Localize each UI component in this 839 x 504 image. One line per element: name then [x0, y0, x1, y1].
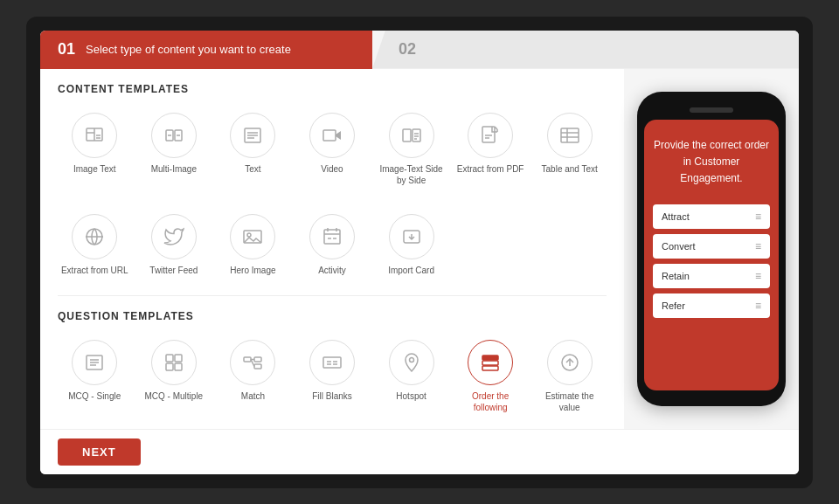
template-activity-label: Activity — [318, 265, 346, 276]
svg-rect-61 — [482, 366, 498, 370]
phone-screen: Provide the correct order in Customer En… — [644, 120, 779, 390]
template-extract-url[interactable]: Extract from URL — [58, 209, 132, 281]
template-image-text-label: Image Text — [73, 163, 116, 175]
svg-rect-47 — [175, 363, 182, 370]
phone-option-retain[interactable]: Retain ≡ — [653, 264, 770, 288]
svg-marker-14 — [336, 131, 341, 140]
phone-option-refer[interactable]: Refer ≡ — [653, 293, 770, 318]
content-template-grid-row1: Image Text Multi-Image — [58, 107, 607, 191]
phone-question-text: Provide the correct order in Customer En… — [653, 137, 770, 188]
estimate-value-icon — [547, 340, 593, 385]
main-panel: CONTENT TEMPLATES — [40, 69, 624, 429]
phone-option-refer-label: Refer — [662, 300, 685, 311]
step1-header: 01 Select type of content you want to cr… — [40, 31, 372, 69]
step1-number: 01 — [58, 40, 75, 59]
svg-rect-45 — [175, 355, 182, 362]
svg-point-58 — [409, 357, 413, 362]
twitter-feed-icon — [151, 214, 197, 259]
template-hero-image[interactable]: Hero Image — [216, 209, 290, 281]
svg-rect-20 — [482, 127, 495, 142]
svg-rect-16 — [413, 129, 420, 142]
content-template-grid-row2: Extract from URL Twitter Feed — [58, 209, 607, 281]
question-templates-title: QUESTION TEMPLATES — [58, 310, 607, 322]
svg-point-32 — [247, 233, 251, 237]
template-video[interactable]: Video — [295, 107, 370, 191]
template-estimate-value-label: Estimate the value — [534, 390, 605, 413]
phone-option-retain-label: Retain — [662, 271, 690, 281]
phone-panel: Provide the correct order in Customer En… — [624, 69, 799, 429]
template-image-text-side-label: Image-Text Side by Side — [376, 163, 447, 186]
svg-rect-60 — [482, 361, 498, 365]
phone-option-convert[interactable]: Convert ≡ — [653, 234, 770, 259]
template-match[interactable]: Match — [216, 335, 290, 418]
question-template-grid-row1: MCQ - Single MCQ - Multiple — [58, 335, 607, 418]
template-video-label: Video — [321, 163, 343, 175]
template-estimate-value[interactable]: Estimate the value — [532, 335, 607, 418]
template-extract-pdf[interactable]: Extract from PDF — [454, 107, 528, 191]
image-text-side-icon — [389, 113, 434, 158]
phone-option-attract-label: Attract — [662, 211, 690, 222]
table-text-icon — [547, 113, 593, 158]
section-divider — [58, 295, 607, 296]
template-multi-image[interactable]: Multi-Image — [137, 107, 211, 191]
extract-pdf-icon — [468, 113, 513, 158]
video-icon — [309, 113, 355, 158]
multi-image-icon — [151, 113, 197, 158]
svg-rect-44 — [166, 355, 173, 362]
template-mcq-multiple[interactable]: MCQ - Multiple — [137, 335, 211, 418]
phone-option-attract[interactable]: Attract ≡ — [653, 204, 770, 229]
template-import-card[interactable]: Import Card — [374, 209, 448, 281]
template-hotspot[interactable]: Hotspot — [374, 335, 448, 418]
template-text[interactable]: Text — [216, 107, 290, 191]
template-image-text-side[interactable]: Image-Text Side by Side — [374, 107, 448, 191]
template-import-card-label: Import Card — [388, 265, 434, 276]
template-image-text[interactable]: Image Text — [58, 107, 132, 191]
svg-rect-50 — [254, 364, 261, 369]
template-mcq-single[interactable]: MCQ - Single — [58, 335, 132, 418]
content-area: CONTENT TEMPLATES — [40, 69, 799, 429]
step2-header: 02 — [372, 31, 799, 69]
phone-option-refer-icon: ≡ — [755, 300, 761, 312]
svg-rect-33 — [324, 230, 340, 244]
mcq-single-icon — [72, 340, 117, 385]
activity-icon — [309, 214, 355, 259]
monitor: 01 Select type of content you want to cr… — [26, 17, 813, 488]
template-fill-blanks-label: Fill Blanks — [312, 390, 352, 402]
svg-rect-15 — [403, 129, 411, 142]
svg-rect-46 — [166, 363, 173, 370]
svg-rect-25 — [561, 128, 579, 142]
template-text-label: Text — [245, 163, 260, 175]
match-icon — [230, 340, 275, 385]
svg-rect-48 — [244, 357, 251, 362]
template-twitter-feed-label: Twitter Feed — [149, 265, 198, 276]
template-order-following[interactable]: Order the following — [454, 335, 528, 418]
hotspot-icon — [389, 340, 434, 385]
phone-mockup: Provide the correct order in Customer En… — [637, 92, 786, 406]
svg-rect-53 — [323, 357, 341, 368]
template-mcq-single-label: MCQ - Single — [68, 390, 121, 402]
import-card-icon — [389, 214, 434, 259]
phone-option-attract-icon: ≡ — [755, 211, 761, 223]
extract-url-icon — [72, 214, 117, 259]
hero-image-icon — [230, 214, 275, 259]
template-extract-pdf-label: Extract from PDF — [457, 163, 524, 175]
template-hero-image-label: Hero Image — [230, 265, 275, 276]
phone-option-retain-icon: ≡ — [755, 270, 761, 282]
template-table-text-label: Table and Text — [542, 163, 598, 175]
template-twitter-feed[interactable]: Twitter Feed — [137, 209, 211, 281]
footer: NEXT — [40, 429, 799, 474]
fill-blanks-icon — [309, 340, 355, 385]
content-templates-title: CONTENT TEMPLATES — [58, 83, 607, 95]
template-order-following-label: Order the following — [455, 390, 526, 413]
next-button[interactable]: NEXT — [58, 438, 141, 466]
image-text-icon — [72, 113, 117, 158]
template-multi-image-label: Multi-Image — [151, 163, 197, 175]
screen: 01 Select type of content you want to cr… — [40, 31, 799, 474]
template-activity[interactable]: Activity — [295, 209, 370, 281]
template-table-text[interactable]: Table and Text — [532, 107, 607, 191]
template-hotspot-label: Hotspot — [396, 390, 426, 402]
phone-notch — [690, 107, 733, 113]
phone-option-convert-label: Convert — [662, 241, 696, 252]
template-fill-blanks[interactable]: Fill Blanks — [295, 335, 370, 418]
svg-rect-59 — [482, 356, 498, 360]
